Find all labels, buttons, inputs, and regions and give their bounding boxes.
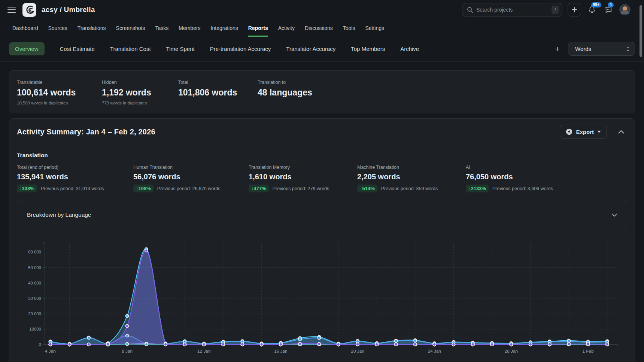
metric-previous-period: Previous period: 26,970 words — [157, 186, 221, 191]
stat-value: 1,192 words — [102, 88, 178, 98]
svg-text:20 Jan: 20 Jan — [351, 349, 364, 354]
unit-select[interactable]: Words — [568, 42, 635, 56]
subtab-list: OverviewCost EstimateTranslation CostTim… — [9, 42, 419, 55]
activity-summary-header: Activity Summary: Jan 4 – Feb 2, 2026 Ex… — [9, 119, 635, 145]
user-avatar[interactable] — [619, 4, 631, 15]
word-stats-card: Translatable 100,614 words 10,569 words … — [9, 70, 635, 113]
nav-tab-dashboard[interactable]: Dashboard — [12, 19, 38, 37]
nav-tab-members[interactable]: Members — [179, 19, 200, 37]
stat-note — [178, 101, 258, 105]
metric-previous-period: Previous period: 3,406 words — [492, 186, 553, 191]
metric-delta-badge: ↑338% — [17, 185, 37, 192]
nav-tab-reports[interactable]: Reports — [248, 19, 268, 37]
stat-label: Hidden — [102, 80, 178, 85]
metric-label: Machine Translation — [357, 165, 466, 170]
notifications-button[interactable]: 99+ — [586, 4, 598, 15]
stat-value: 48 languages — [258, 88, 312, 98]
metric-translation-memory: Translation Memory 1,610 words ↑477% Pre… — [249, 165, 357, 192]
nav-tab-discussions[interactable]: Discussions — [305, 19, 333, 37]
vertical-scrollbar[interactable] — [640, 5, 642, 57]
subtab-pre-translation-accuracy[interactable]: Pre-translation Accuracy — [210, 42, 271, 55]
primary-nav: DashboardSourcesTranslationsScreenshotsT… — [0, 19, 644, 37]
activity-summary-title: Activity Summary: Jan 4 – Feb 2, 2026 — [17, 128, 155, 136]
translation-section-title: Translation — [17, 152, 627, 159]
stat-value: 100,614 words — [17, 88, 102, 98]
svg-text:10000: 10000 — [29, 327, 41, 331]
svg-text:12 Jan: 12 Jan — [197, 349, 210, 354]
metric-human-translation: Human Translation 56,076 words ↑108% Pre… — [133, 165, 249, 192]
svg-text:30 000: 30 000 — [28, 296, 41, 301]
nav-tab-sources[interactable]: Sources — [48, 19, 67, 37]
stat-note: 10,569 words in duplicates — [17, 101, 102, 105]
export-button[interactable]: Export — [560, 125, 607, 139]
nav-tab-tasks[interactable]: Tasks — [155, 19, 168, 37]
svg-text:0: 0 — [39, 342, 41, 347]
plus-icon — [571, 7, 577, 13]
create-project-button[interactable] — [568, 3, 581, 16]
search-icon — [467, 7, 473, 13]
messages-button[interactable]: 4 — [603, 4, 614, 15]
metric-value: 135,941 words — [17, 173, 133, 181]
metric-machine-translation: Machine Translation 2,205 words ↑514% Pr… — [357, 165, 466, 192]
breakdown-label: Breakdown by Language — [27, 212, 91, 218]
search-input[interactable] — [476, 7, 548, 13]
project-logo[interactable] — [22, 3, 36, 17]
stat-label: Translation to — [258, 80, 312, 85]
svg-text:16 Jan: 16 Jan — [274, 349, 287, 354]
metric-value: 1,610 words — [249, 173, 357, 181]
metric-delta-badge: ↑514% — [357, 185, 377, 192]
nav-tab-activity[interactable]: Activity — [278, 19, 295, 37]
swirl-logo-icon — [25, 5, 34, 15]
stat-translation-to: Translation to 48 languages — [258, 80, 312, 105]
nav-tab-translations[interactable]: Translations — [78, 19, 106, 37]
hamburger-menu-icon[interactable] — [7, 7, 16, 13]
stat-note — [258, 101, 312, 105]
stat-hidden: Hidden 1,192 words 773 words in duplicat… — [102, 80, 178, 105]
download-icon — [566, 128, 572, 135]
stat-translatable: Translatable 100,614 words 10,569 words … — [17, 80, 102, 105]
nav-tab-integrations[interactable]: Integrations — [211, 19, 238, 37]
subtab-time-spent[interactable]: Time Spent — [166, 42, 195, 55]
metric-previous-period: Previous period: 31,014 words — [41, 186, 104, 191]
caret-down-icon — [597, 131, 601, 133]
nav-tab-screenshots[interactable]: Screenshots — [116, 19, 145, 37]
subtab-overview[interactable]: Overview — [9, 42, 45, 55]
stat-label: Translatable — [17, 80, 102, 85]
add-report-button[interactable]: + — [555, 45, 560, 53]
metric-ai: AI 76,050 words ↑2133% Previous period: … — [466, 165, 553, 192]
metric-value: 56,076 words — [133, 173, 249, 181]
metric-value: 2,205 words — [357, 173, 466, 181]
subtab-cost-estimate[interactable]: Cost Estimate — [60, 42, 95, 55]
collapse-section-button[interactable] — [617, 128, 626, 135]
svg-text:4 Jan: 4 Jan — [45, 349, 56, 354]
translation-metrics: Total (end of period) 135,941 words ↑338… — [17, 165, 627, 192]
stat-total: Total 101,806 words — [178, 80, 258, 105]
messages-badge: 4 — [608, 2, 614, 7]
metric-delta-badge: ↑108% — [133, 185, 154, 192]
svg-text:20 000: 20 000 — [28, 311, 41, 316]
svg-text:8 Jan: 8 Jan — [122, 349, 133, 354]
stat-note: 773 words in duplicates — [102, 101, 178, 105]
subtab-top-members[interactable]: Top Members — [351, 42, 385, 55]
metric-delta-badge: ↑2133% — [466, 185, 489, 192]
subtab-translator-accuracy[interactable]: Translator Accuracy — [286, 42, 335, 55]
unit-select-value: Words — [575, 46, 591, 52]
metric-label: AI — [466, 165, 553, 170]
activity-summary-card: Activity Summary: Jan 4 – Feb 2, 2026 Ex… — [9, 118, 635, 362]
svg-text:50 000: 50 000 — [28, 265, 41, 270]
nav-tab-tools[interactable]: Tools — [343, 19, 355, 37]
page-title: acsy / Umbrella — [42, 6, 95, 14]
stat-value: 101,806 words — [178, 88, 258, 98]
subtab-archive[interactable]: Archive — [400, 42, 419, 55]
search-box[interactable]: / — [462, 3, 562, 16]
metric-total-end-of-period: Total (end of period) 135,941 words ↑338… — [17, 165, 133, 192]
nav-tab-settings[interactable]: Settings — [365, 19, 384, 37]
svg-text:24 Jan: 24 Jan — [428, 349, 441, 354]
breakdown-by-language-toggle[interactable]: Breakdown by Language — [17, 201, 627, 229]
export-label: Export — [576, 129, 594, 135]
svg-text:1 Feb: 1 Feb — [582, 349, 594, 354]
svg-text:60 000: 60 000 — [28, 250, 41, 254]
subtab-translation-cost[interactable]: Translation Cost — [110, 42, 151, 55]
metric-value: 76,050 words — [466, 173, 553, 181]
activity-line-chart: 01000020 00030 00040 00050 00060 0004 Ja… — [13, 240, 629, 359]
